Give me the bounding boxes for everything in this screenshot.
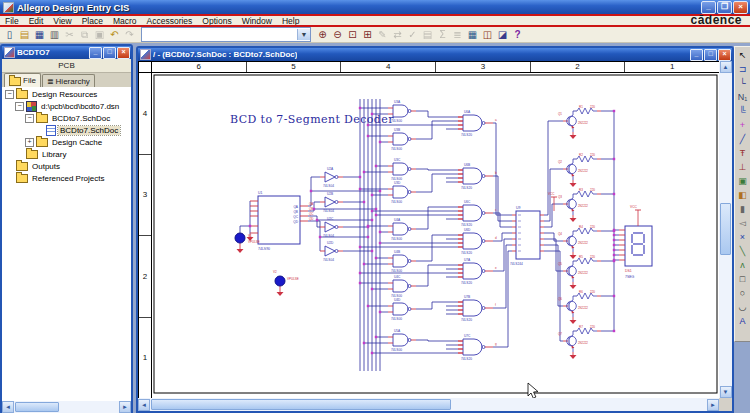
help-button[interactable]: ? [510,28,525,42]
app-minimize-button[interactable]: _ [701,1,716,14]
place-bus-entry-tool-button[interactable]: ╱ [736,132,750,146]
menu-options[interactable]: Options [197,16,236,26]
project-hscroll-right[interactable]: ► [119,401,131,413]
place-junction-tool-button[interactable]: + [736,118,750,132]
project-hscrollbar[interactable]: ◄ ► [2,401,131,413]
menu-macro[interactable]: Macro [108,16,142,26]
schematic-minimize-button[interactable]: _ [690,49,703,61]
toolbar-combo[interactable]: ▼ [141,27,311,42]
place-wire-tool-button[interactable]: └ [736,76,750,90]
schematic-canvas[interactable]: BCD to 7-Segment DecoderU174LS90QAQBQCQD… [152,73,719,398]
tree-item[interactable]: −Design Resources [2,88,131,100]
zoom-all-button[interactable]: ⊞ [360,28,375,42]
zoom-area-button[interactable]: ⊡ [345,28,360,42]
place-text-tool-button[interactable]: A [736,314,750,328]
tab-hierarchy[interactable]: ≣Hierarchy [42,74,95,87]
place-ellipse-tool-button[interactable]: ○ [736,286,750,300]
select-tool-button[interactable]: ↖ [736,48,750,62]
place-polyline-tool-button[interactable]: ʌ [736,258,750,272]
project-hscroll-left[interactable]: ◄ [2,401,14,413]
tree-item-label: Referenced Projects [30,174,106,183]
menu-window[interactable]: Window [237,16,277,26]
collapse-icon[interactable]: − [15,102,24,111]
project-close-button[interactable]: × [117,47,130,59]
menu-help[interactable]: Help [277,16,304,26]
place-arc-tool-button[interactable]: ◡ [736,300,750,314]
svg-text:VCC: VCC [630,205,637,209]
paste-button[interactable]: ▣ [92,28,107,42]
bill-of-materials-button[interactable]: ≣ [450,28,465,42]
menu-edit[interactable]: Edit [24,16,49,26]
app-close-button[interactable]: × [733,1,748,14]
schematic-vscroll-down[interactable]: ▼ [720,386,732,398]
schematic-canvas-area[interactable]: BCD to 7-Segment DecoderU174LS90QAQBQCQD… [152,73,719,398]
place-net-alias-tool-button[interactable]: N₁ [736,90,750,104]
collapse-icon[interactable]: − [5,90,14,99]
svg-text:74LS20: 74LS20 [461,133,472,137]
place-rectangle-tool-button[interactable]: □ [736,272,750,286]
project-minimize-button[interactable]: _ [89,47,102,59]
cut-button[interactable]: ✂ [62,28,77,42]
new-document-button[interactable]: ▯ [2,28,17,42]
create-netlist-button[interactable]: ▤ [420,28,435,42]
tree-item[interactable]: BCDto7.SchDoc [2,124,131,136]
tree-item[interactable]: Referenced Projects [2,172,131,184]
print-button[interactable]: ▥ [47,28,62,42]
place-hierarchical-block-tool-button[interactable]: ▣ [736,174,750,188]
wires[interactable] [240,99,619,371]
print-icon: ▥ [50,28,59,42]
copy-button[interactable]: ⧉ [77,28,92,42]
zoom-out-button[interactable]: ⊖ [330,28,345,42]
tree-item[interactable]: −d:\pcb\bcd\bcdto7.dsn [2,100,131,112]
project-hscroll-thumb[interactable] [15,402,59,412]
schematic-hscrollbar[interactable]: ◄ ► [138,398,719,411]
tree-item[interactable]: +Design Cache [2,136,131,148]
save-document-button[interactable]: ▦ [32,28,47,42]
project-manager-button[interactable]: ◫ [480,28,495,42]
open-document-button[interactable]: ▤ [17,28,32,42]
zoom-in-button[interactable]: ⊕ [315,28,330,42]
menu-place[interactable]: Place [77,16,108,26]
design-rules-check-button[interactable]: ✓ [405,28,420,42]
place-power-tool-button[interactable]: Ŧ [736,146,750,160]
toolbar-combo-input[interactable] [142,29,297,40]
schematic-hscroll-thumb[interactable] [151,399,451,410]
combo-dropdown-arrow-icon[interactable]: ▼ [297,29,310,40]
menu-file[interactable]: File [0,16,24,26]
place-hierarchical-pin-tool-button[interactable]: ▮ [736,202,750,216]
schematic-close-button[interactable]: × [718,49,731,61]
menu-view[interactable]: View [48,16,76,26]
app-maximize-button[interactable]: ❐ [717,1,732,14]
menu-accessories[interactable]: Accessories [142,16,198,26]
tree-item[interactable]: Library [2,148,131,160]
tree-item[interactable]: Outputs [2,160,131,172]
tree-item[interactable]: −BCDto7.SchDoc [2,112,131,124]
schematic-window-titlebar[interactable]: / - (BCDto7.SchDoc : BCDto7.SchDoc) _ □ … [138,48,732,61]
schematic-hscroll-right[interactable]: ► [707,399,719,411]
place-hierarchical-port-tool-button[interactable]: ◧ [736,188,750,202]
parts[interactable] [235,105,652,359]
collapse-icon[interactable]: − [25,114,34,123]
expand-icon[interactable]: + [25,138,34,147]
tab-file[interactable]: File [4,73,41,87]
place-ground-tool-button[interactable]: ⊥ [736,160,750,174]
place-offpage-connector-tool-button[interactable]: ◅ [736,216,750,230]
undo-button[interactable]: ↶ [107,28,122,42]
place-part-tool-button[interactable]: ⊐ [736,62,750,76]
annotate-button[interactable]: ✎ [375,28,390,42]
schematic-vscroll-up[interactable]: ▲ [720,61,732,73]
redo-button[interactable]: ↷ [122,28,137,42]
place-no-connect-tool-button[interactable]: × [736,230,750,244]
place-bus-tool-button[interactable]: ╚ [736,104,750,118]
schematic-vscrollbar[interactable]: ▲ ▼ [719,61,732,398]
session-log-button[interactable]: ◪ [495,28,510,42]
place-line-tool-button[interactable]: ╲ [736,244,750,258]
schematic-vscroll-thumb[interactable] [720,203,731,255]
project-maximize-button[interactable]: □ [103,47,116,59]
schematic-hscroll-left[interactable]: ◄ [138,399,150,411]
snap-to-grid-button[interactable]: ▦ [465,28,480,42]
back-annotate-button[interactable]: ⇄ [390,28,405,42]
cross-reference-button[interactable]: Σ [435,28,450,42]
schematic-maximize-button[interactable]: □ [704,49,717,61]
project-window-titlebar[interactable]: BCDTO7 _ □ × [2,46,131,59]
